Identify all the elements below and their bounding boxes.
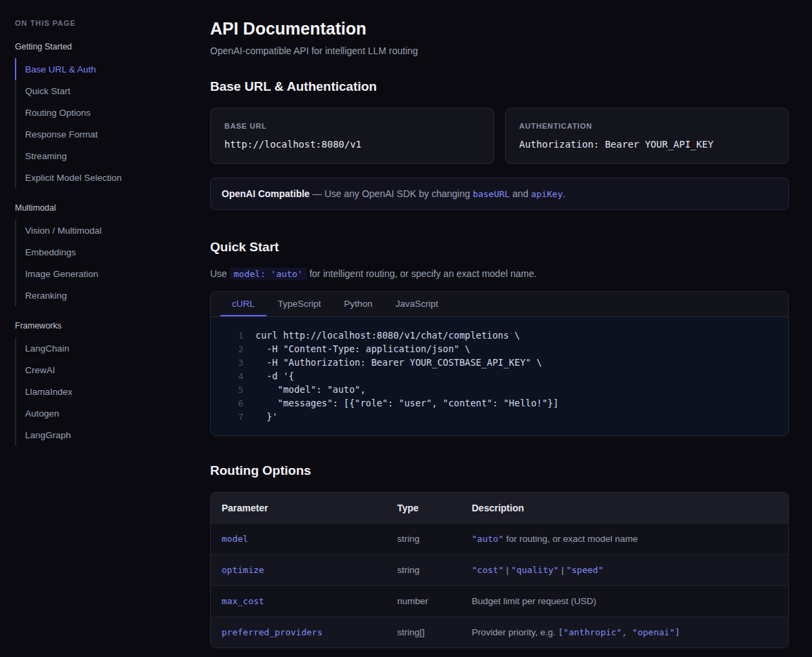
code-line: 3 -H "Authorization: Bearer YOUR_COSTBAS…	[211, 356, 788, 369]
sidebar-item-list: Base URL & AuthQuick StartRouting Option…	[15, 58, 197, 188]
sidebar-section: MultimodalVision / MultimodalEmbeddingsI…	[15, 203, 197, 306]
routing-options-table: Parameter Type Description modelstring"a…	[210, 492, 789, 648]
base-url-value: http://localhost:8080/v1	[224, 139, 480, 150]
description-inline-code: "quality"	[511, 565, 559, 575]
parameter-name: model	[222, 534, 397, 544]
code-text: }'	[243, 411, 278, 422]
apikey-inline-code: apiKey	[531, 189, 563, 199]
tab-typescript[interactable]: TypeScript	[266, 292, 333, 316]
table-body: modelstring"auto" for routing, or exact …	[211, 523, 788, 648]
sidebar-item-langgraph[interactable]: LangGraph	[15, 424, 197, 446]
code-text: -H "Authorization: Bearer YOUR_COSTBASE_…	[243, 357, 542, 368]
base-url-label: BASE URL	[224, 122, 480, 130]
auth-header-value: Authorization: Bearer YOUR_API_KEY	[519, 139, 775, 150]
code-line: 6 "messages": [{"role": "user", "content…	[211, 396, 788, 410]
sidebar: ON THIS PAGE Getting StartedBase URL & A…	[0, 0, 210, 657]
parameter-description: Budget limit per request (USD)	[472, 596, 777, 606]
sidebar-section: Getting StartedBase URL & AuthQuick Star…	[15, 42, 197, 188]
line-number: 4	[211, 371, 243, 381]
sidebar-item-image-generation[interactable]: Image Generation	[15, 263, 197, 284]
page-title: API Documentation	[210, 19, 789, 39]
sidebar-item-quick-start[interactable]: Quick Start	[15, 80, 197, 102]
sidebar-item-vision-multimodal[interactable]: Vision / Multimodal	[15, 219, 197, 241]
callout-text: .	[563, 188, 565, 199]
callout-bold-text: OpenAI Compatible	[222, 188, 310, 199]
parameter-name: preferred_providers	[222, 627, 397, 637]
sidebar-item-routing-options[interactable]: Routing Options	[15, 102, 197, 123]
callout-text: — Use any OpenAI SDK by changing	[310, 188, 472, 199]
sidebar-section-label: Getting Started	[15, 42, 197, 51]
sidebar-item-response-format[interactable]: Response Format	[15, 123, 197, 145]
code-line: 7 }'	[211, 410, 788, 423]
line-number: 5	[211, 385, 243, 395]
description-text: |	[504, 565, 511, 575]
section-heading-routing-options: Routing Options	[210, 463, 789, 478]
sidebar-section: FrameworksLangChainCrewAILlamaIndexAutog…	[15, 321, 197, 446]
tab-javascript[interactable]: JavaScript	[384, 292, 450, 316]
main-content: API Documentation OpenAI-compatible API …	[210, 0, 812, 657]
base-auth-cards: BASE URL http://localhost:8080/v1 AUTHEN…	[210, 108, 789, 164]
description-inline-code: "cost"	[472, 565, 504, 575]
authentication-card: AUTHENTICATION Authorization: Bearer YOU…	[505, 108, 789, 164]
description-text: |	[559, 565, 566, 575]
code-text: -d '{	[243, 370, 294, 381]
sidebar-sections: Getting StartedBase URL & AuthQuick Star…	[15, 42, 197, 446]
authentication-label: AUTHENTICATION	[519, 122, 775, 130]
sidebar-item-llamaindex[interactable]: LlamaIndex	[15, 381, 197, 402]
base-url-card: BASE URL http://localhost:8080/v1	[210, 108, 494, 164]
code-line: 2 -H "Content-Type: application/json" \	[211, 342, 788, 356]
sidebar-item-base-url-auth[interactable]: Base URL & Auth	[15, 58, 197, 80]
column-header-description: Description	[472, 503, 777, 513]
table-row: max_costnumberBudget limit per request (…	[211, 585, 788, 616]
code-line: 4 -d '{	[211, 369, 788, 383]
sidebar-item-langchain[interactable]: LangChain	[15, 337, 197, 359]
parameter-description: "cost" | "quality" | "speed"	[472, 565, 777, 575]
code-text: "model": "auto",	[243, 384, 366, 395]
code-tabs: cURLTypeScriptPythonJavaScript	[211, 292, 788, 317]
parameter-type: number	[397, 596, 472, 606]
sidebar-item-crewai[interactable]: CrewAI	[15, 359, 197, 381]
parameter-description: "auto" for routing, or exact model name	[472, 534, 777, 544]
line-number: 2	[211, 344, 243, 354]
description-text: for routing, or exact model name	[504, 534, 638, 544]
sidebar-item-reranking[interactable]: Reranking	[15, 284, 197, 306]
table-row: optimizestring"cost" | "quality" | "spee…	[211, 554, 788, 585]
baseurl-inline-code: baseURL	[472, 189, 510, 199]
parameter-description: Provider priority, e.g. ["anthropic", "o…	[472, 627, 777, 637]
table-row: modelstring"auto" for routing, or exact …	[211, 523, 788, 554]
description-inline-code: ["anthropic", "openai"]	[558, 627, 680, 637]
column-header-parameter: Parameter	[222, 503, 397, 513]
section-heading-base-auth: Base URL & Authentication	[210, 79, 789, 94]
callout-text: and	[510, 188, 531, 199]
sidebar-section-label: Multimodal	[15, 203, 197, 213]
sidebar-item-embeddings[interactable]: Embeddings	[15, 241, 197, 263]
code-area: 1curl http://localhost:8080/v1/chat/comp…	[211, 317, 788, 436]
table-header-row: Parameter Type Description	[211, 492, 788, 523]
parameter-type: string	[397, 565, 472, 575]
section-heading-quick-start: Quick Start	[210, 240, 789, 255]
code-text: curl http://localhost:8080/v1/chat/compl…	[243, 330, 520, 341]
line-number: 1	[211, 331, 243, 341]
parameter-name: max_cost	[222, 596, 397, 606]
description-text: Provider priority, e.g.	[472, 627, 558, 637]
description-inline-code: "auto"	[472, 534, 504, 544]
tab-curl[interactable]: cURL	[220, 292, 266, 316]
intro-text: for intelligent routing, or specify an e…	[307, 268, 537, 279]
tab-python[interactable]: Python	[333, 292, 384, 316]
page-subtitle: OpenAI-compatible API for intelligent LL…	[210, 45, 789, 56]
sidebar-item-streaming[interactable]: Streaming	[15, 145, 197, 167]
code-text: "messages": [{"role": "user", "content":…	[243, 398, 559, 408]
code-line: 1curl http://localhost:8080/v1/chat/comp…	[211, 328, 788, 342]
code-text: -H "Content-Type: application/json" \	[243, 343, 470, 354]
openai-compatible-callout: OpenAI Compatible — Use any OpenAI SDK b…	[210, 177, 789, 210]
sidebar-item-list: LangChainCrewAILlamaIndexAutogenLangGrap…	[15, 337, 197, 446]
table-row: preferred_providersstring[]Provider prio…	[211, 616, 788, 648]
model-auto-inline-code: model: 'auto'	[230, 268, 307, 280]
description-text: Budget limit per request (USD)	[472, 596, 596, 606]
sidebar-item-autogen[interactable]: Autogen	[15, 402, 197, 424]
parameter-type: string	[397, 534, 472, 544]
sidebar-section-label: Frameworks	[15, 321, 197, 331]
description-inline-code: "speed"	[566, 565, 603, 575]
sidebar-item-explicit-model-selection[interactable]: Explicit Model Selection	[15, 167, 197, 188]
line-number: 3	[211, 358, 243, 368]
